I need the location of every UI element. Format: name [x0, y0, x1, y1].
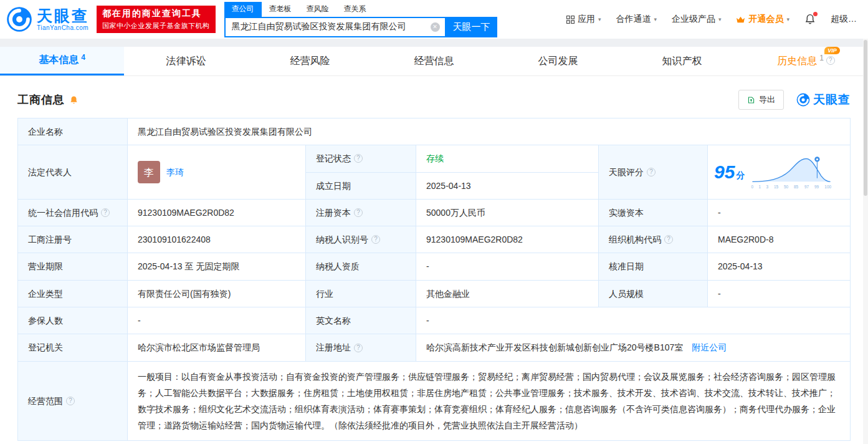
chevron-down-icon: ▾	[786, 16, 789, 22]
legal-rep-avatar[interactable]: 李	[138, 161, 160, 183]
score-distribution-chart: 0131550859799100	[751, 155, 832, 190]
tab-count: 4	[81, 53, 85, 62]
score-cell: 95分 0131550859799100	[708, 145, 851, 200]
field-label-reg-number: 工商注册号	[18, 226, 128, 253]
tianyancha-logo-icon	[796, 93, 810, 107]
nav-super[interactable]: 超级…	[831, 14, 857, 25]
notification-bell[interactable]	[804, 14, 816, 25]
tianyancha-logo[interactable]: 天眼查 TianYanCha.com	[6, 6, 89, 32]
legal-rep-link[interactable]: 李琦	[166, 166, 184, 178]
search-area: 查公司 查老板 查风险 查关系 ✕ 天眼一下	[224, 2, 497, 37]
tab-intellectual-property[interactable]: 知识产权	[620, 47, 744, 75]
establish-date-value: 2025-04-13	[416, 172, 599, 199]
help-icon[interactable]: ?	[101, 208, 110, 217]
org-code-value: MAEG2R0D-8	[708, 226, 851, 253]
tab-company-development[interactable]: 公司发展	[496, 47, 620, 75]
table-row: 企业名称 黑龙江自由贸易试验区投资发展集团有限公司	[18, 118, 851, 145]
tab-legal-litigation[interactable]: 法律诉讼	[124, 47, 248, 75]
apps-grid-icon	[566, 16, 575, 24]
clear-icon[interactable]: ✕	[431, 22, 440, 32]
field-label-establish-date: 成立日期	[306, 172, 416, 199]
search-tab-boss[interactable]: 查老板	[262, 2, 299, 17]
score-axis: 0131550859799100	[751, 185, 832, 190]
business-scope-value: 一般项目：以自有资金从事投资活动；自有资金投资的资产管理服务；供应链管理服务；贸…	[128, 361, 851, 440]
nav-open-vip[interactable]: 开通会员 ▾	[736, 14, 789, 25]
field-label-reg-authority: 登记机关	[18, 334, 128, 361]
field-label-org-code: 组织机构代码?	[599, 226, 708, 253]
paid-capital-value: -	[708, 199, 851, 226]
reg-capital-value: 50000万人民币	[416, 199, 599, 226]
tab-count: 1	[819, 54, 824, 62]
search-input[interactable]	[226, 18, 445, 36]
brand-slogan-badge: 都在用的商业查询工具 国家中小企业发展子基金旗下机构	[97, 6, 216, 33]
field-label-score: 天眼评分?	[599, 145, 708, 200]
logo-title: 天眼查	[37, 7, 89, 24]
table-row: 统一社会信用代码? 91230109MAEG2R0D82 注册资本? 50000…	[18, 199, 851, 226]
field-label-english-name: 英文名称	[306, 307, 416, 334]
help-icon[interactable]: ?	[354, 344, 363, 352]
tab-basic-info[interactable]: 基本信息 4	[0, 47, 124, 75]
field-label-reg-address: 注册地址?	[306, 334, 416, 361]
reg-authority-value: 哈尔滨市松北区市场监督管理局	[128, 334, 306, 361]
nav-apps[interactable]: 应用 ▾	[566, 14, 601, 25]
top-header: 天眼查 TianYanCha.com 都在用的商业查询工具 国家中小企业发展子基…	[0, 0, 868, 39]
legal-rep-cell: 李 李琦	[128, 145, 306, 200]
help-icon[interactable]: ?	[664, 235, 673, 244]
help-icon[interactable]: ?	[826, 56, 835, 65]
score-curve	[751, 155, 832, 184]
field-label-taxpayer-id: 纳税人识别号?	[306, 226, 416, 253]
business-term-value: 2025-04-13 至 无固定期限	[128, 253, 306, 280]
reg-number-value: 230109101622408	[128, 226, 306, 253]
search-tab-company[interactable]: 查公司	[224, 2, 262, 17]
help-icon[interactable]: ?	[354, 208, 363, 217]
search-tab-relation[interactable]: 查关系	[336, 2, 374, 17]
page-scrollbar[interactable]	[863, 39, 868, 444]
search-tab-risk[interactable]: 查风险	[299, 2, 336, 17]
search-tabs: 查公司 查老板 查风险 查关系	[224, 2, 497, 17]
search-box: ✕	[224, 17, 446, 37]
main-content: 工商信息 导出 天眼查	[0, 90, 868, 441]
industry-value: 其他金融业	[416, 280, 599, 307]
chevron-down-icon: ▾	[718, 16, 722, 22]
field-label-business-term: 营业期限	[18, 253, 128, 280]
score-unit: 分	[736, 170, 745, 180]
table-row: 工商注册号 230109101622408 纳税人识别号? 91230109MA…	[18, 226, 851, 253]
vip-badge: VIP	[824, 47, 840, 54]
field-label-insured-count: 参保人数	[18, 307, 128, 334]
table-row: 经营范围? 一般项目：以自有资金从事投资活动；自有资金投资的资产管理服务；供应链…	[18, 361, 851, 440]
help-icon[interactable]: ?	[371, 235, 380, 244]
scrollbar-thumb[interactable]	[864, 40, 867, 196]
table-row: 参保人数 - 英文名称 -	[18, 307, 851, 334]
field-label-reg-status: 登记状态?	[306, 145, 416, 172]
table-row: 登记机关 哈尔滨市松北区市场监督管理局 注册地址? 哈尔滨高新技术产业开发区科技…	[18, 334, 851, 361]
field-label-business-scope: 经营范围?	[18, 361, 128, 440]
subscribe-bell-icon[interactable]	[69, 95, 79, 105]
reg-status-value: 存续	[416, 145, 599, 172]
crown-icon	[736, 16, 745, 24]
company-type-value: 有限责任公司(国有独资)	[128, 280, 306, 307]
company-tabbar: 基本信息 4 法律诉讼 经营风险 经营信息 公司发展 知识产权 历史信息 1 ?…	[0, 47, 868, 76]
field-label-paid-capital: 实缴资本	[599, 199, 708, 226]
tab-operation-risk[interactable]: 经营风险	[248, 47, 372, 75]
field-label-staff-size: 人员规模	[599, 280, 708, 307]
field-label-industry: 行业	[306, 280, 416, 307]
chevron-down-icon: ▾	[654, 16, 657, 22]
nearby-companies-link[interactable]: 附近公司	[692, 342, 727, 352]
nav-partner[interactable]: 合作通道 ▾	[616, 14, 657, 25]
help-icon[interactable]: ?	[354, 154, 363, 163]
tab-operation-info[interactable]: 经营信息	[372, 47, 496, 75]
help-icon[interactable]: ?	[647, 168, 656, 176]
top-nav: 应用 ▾ 合作通道 ▾ 企业级产品 ▾ 开通会员 ▾ 超级…	[566, 14, 857, 25]
field-label-legal-rep: 法定代表人	[18, 145, 128, 200]
approval-date-value: 2025-04-13	[708, 253, 851, 280]
help-icon[interactable]: ?	[66, 397, 75, 405]
nav-enterprise[interactable]: 企业级产品 ▾	[672, 14, 722, 25]
field-label-company-type: 企业类型	[18, 280, 128, 307]
table-row: 企业类型 有限责任公司(国有独资) 行业 其他金融业 人员规模 -	[18, 280, 851, 307]
tab-history-info[interactable]: 历史信息 1 ? VIP	[744, 47, 868, 75]
export-button[interactable]: 导出	[738, 90, 784, 110]
field-label-reg-capital: 注册资本?	[306, 199, 416, 226]
search-button[interactable]: 天眼一下	[446, 17, 497, 37]
field-label-credit-code: 统一社会信用代码?	[18, 199, 128, 226]
watermark-brand: 天眼查	[796, 92, 851, 108]
